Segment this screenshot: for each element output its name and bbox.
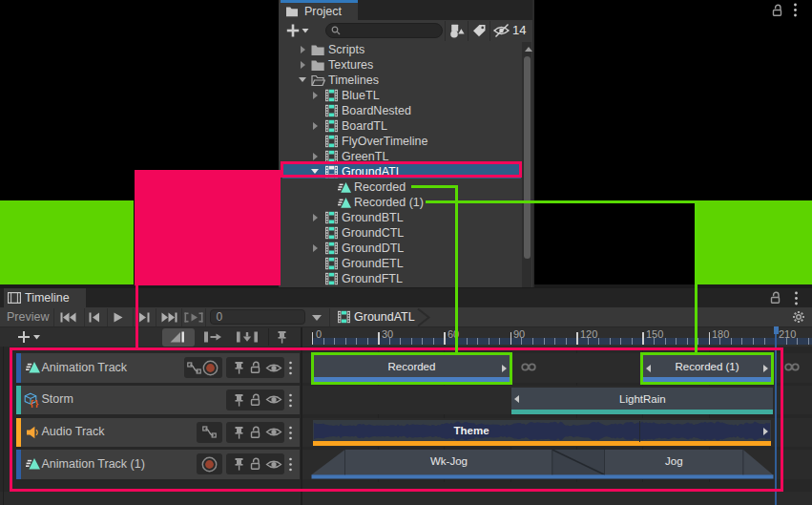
svg-text:{: { <box>30 398 33 408</box>
svg-text:}: } <box>34 398 38 408</box>
